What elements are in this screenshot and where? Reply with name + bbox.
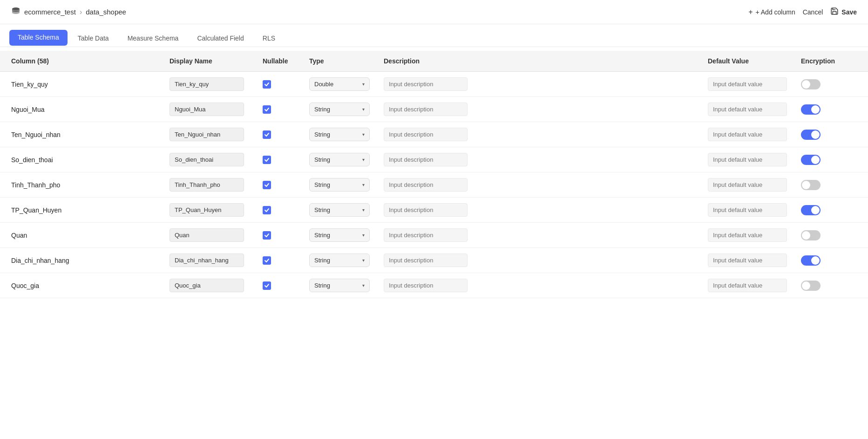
add-column-button[interactable]: + + Add column [748,8,795,16]
type-value: String [314,131,330,138]
description-input[interactable] [384,77,468,91]
col-header-name: Column (58) [11,57,170,65]
type-value: Double [314,81,333,88]
nullable-cell [263,281,309,290]
nullable-checkbox[interactable] [263,80,271,89]
description-input[interactable] [384,279,468,292]
description-input[interactable] [384,103,468,116]
type-dropdown[interactable]: String▾ [309,254,370,267]
table-row: Tien_ky_quyDouble▾ [0,72,868,97]
breadcrumb: ecommerce_test › data_shopee [11,7,126,17]
nullable-checkbox[interactable] [263,130,271,139]
default-value-input[interactable] [708,228,787,242]
table-row: TP_Quan_HuyenString▾ [0,198,868,223]
display-name-input[interactable] [170,103,244,116]
table-row: Tinh_Thanh_phoString▾ [0,172,868,198]
display-name-input[interactable] [170,228,244,242]
plus-icon: + [748,8,753,16]
default-value-input[interactable] [708,153,787,166]
type-dropdown[interactable]: String▾ [309,203,370,217]
type-dropdown[interactable]: String▾ [309,153,370,166]
nullable-cell [263,231,309,240]
encryption-toggle[interactable] [801,104,821,115]
tab-table-schema[interactable]: Table Schema [9,30,68,46]
type-dropdown[interactable]: String▾ [309,103,370,116]
tab-calculated-field[interactable]: Calculated Field [189,30,252,47]
encryption-toggle[interactable] [801,130,821,140]
type-value: String [314,232,330,239]
nullable-checkbox[interactable] [263,231,271,240]
nullable-checkbox[interactable] [263,206,271,214]
column-name: Dia_chi_nhan_hang [11,257,170,264]
nullable-checkbox[interactable] [263,256,271,265]
default-value-input[interactable] [708,203,787,217]
display-name-input[interactable] [170,153,244,166]
table-row: QuanString▾ [0,223,868,248]
display-name-input[interactable] [170,77,244,91]
default-value-input[interactable] [708,178,787,192]
nullable-cell [263,256,309,265]
encryption-toggle[interactable] [801,255,821,266]
default-value-input[interactable] [708,77,787,91]
display-name-input[interactable] [170,279,244,292]
table-name: data_shopee [86,8,126,16]
encryption-toggle[interactable] [801,205,821,215]
chevron-down-icon: ▾ [362,283,365,288]
default-value-input[interactable] [708,103,787,116]
chevron-down-icon: ▾ [362,132,365,137]
encryption-toggle[interactable] [801,79,821,89]
display-name-input[interactable] [170,254,244,267]
default-value-input[interactable] [708,254,787,267]
nullable-cell [263,206,309,214]
description-input[interactable] [384,128,468,141]
type-dropdown[interactable]: Double▾ [309,77,370,91]
type-dropdown[interactable]: String▾ [309,279,370,292]
save-icon [830,7,839,17]
top-actions: + + Add column Cancel Save [748,7,857,17]
save-button[interactable]: Save [830,7,857,17]
display-name-input[interactable] [170,178,244,192]
description-input[interactable] [384,178,468,192]
table-row: Quoc_giaString▾ [0,273,868,298]
default-value-input[interactable] [708,128,787,141]
nullable-checkbox[interactable] [263,156,271,164]
column-name: Quan [11,232,170,239]
description-input[interactable] [384,254,468,267]
chevron-down-icon: ▾ [362,258,365,263]
type-value: String [314,156,330,163]
top-bar: ecommerce_test › data_shopee + + Add col… [0,0,868,24]
nullable-cell [263,130,309,139]
display-name-input[interactable] [170,128,244,141]
type-dropdown[interactable]: String▾ [309,178,370,192]
tab-measure-schema[interactable]: Measure Schema [119,30,187,47]
nullable-checkbox[interactable] [263,281,271,290]
chevron-down-icon: ▾ [362,157,365,162]
table-row: Dia_chi_nhan_hangString▾ [0,248,868,273]
col-header-nullable: Nullable [263,57,309,65]
column-name: Tinh_Thanh_pho [11,181,170,189]
description-input[interactable] [384,153,468,166]
table-row: Nguoi_MuaString▾ [0,97,868,122]
type-value: String [314,282,330,289]
type-dropdown[interactable]: String▾ [309,228,370,242]
encryption-toggle[interactable] [801,180,821,190]
description-input[interactable] [384,203,468,217]
description-input[interactable] [384,228,468,242]
column-name: Quoc_gia [11,282,170,289]
tab-rls[interactable]: RLS [254,30,284,47]
default-value-input[interactable] [708,279,787,292]
encryption-toggle[interactable] [801,155,821,165]
nullable-cell [263,80,309,89]
col-header-default-value: Default Value [708,57,801,65]
encryption-toggle[interactable] [801,281,821,291]
type-dropdown[interactable]: String▾ [309,128,370,141]
column-name: So_dien_thoai [11,156,170,164]
nullable-checkbox[interactable] [263,181,271,189]
tab-table-data[interactable]: Table Data [69,30,117,47]
display-name-input[interactable] [170,203,244,217]
col-header-display-name: Display Name [170,57,263,65]
db-name: ecommerce_test [24,8,76,16]
encryption-toggle[interactable] [801,230,821,240]
nullable-checkbox[interactable] [263,105,271,114]
cancel-button[interactable]: Cancel [803,8,823,16]
